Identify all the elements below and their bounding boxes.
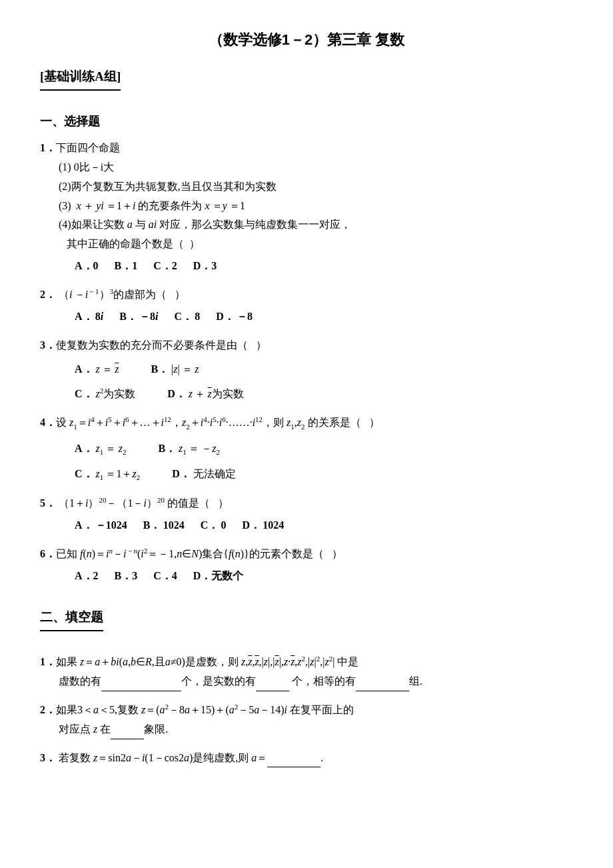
q1-sub3: (3) x ＋ yi ＝1＋i 的充要条件为 x ＝y ＝1: [59, 197, 573, 216]
q3-choices-ab: A． z ＝ z B． |z| ＝ z: [75, 360, 573, 379]
q1-sub1: (1) 0比－i大: [59, 158, 573, 177]
q4-choices-ab: A． z1 ＝ z2 B． z1 ＝ －z2: [75, 439, 573, 459]
q5-choices: A． －1024 B． 1024 C． 0 D． 1024: [75, 516, 573, 535]
q1-stem: 1．下面四个命题: [40, 139, 573, 158]
q2-stem: 2． （i －i－1）3的虚部为（ ）: [40, 285, 573, 305]
q6-choices: A．2 B．3 C．4 D．无数个: [75, 567, 573, 586]
q4-choices-cd: C． z1 ＝1＋z2 D． 无法确定: [75, 465, 573, 485]
part2-section: 二、填空题 1．如果 z＝a＋bi(a,b∈R,且a≠0)是虚数，则 z,z,z…: [40, 606, 573, 768]
q3-choices-cd: C． z2为实数 D． z ＋ z为实数: [75, 385, 573, 404]
fill2-line: 对应点 z 在象限.: [59, 720, 573, 739]
problem-3: 3．使复数为实数的充分而不必要条件是由（ ） A． z ＝ z B． |z| ＝…: [40, 336, 573, 405]
problem-4: 4．设 z1＝i4＋i5＋i6＋…＋i12，z2＋i4·i5·i6·……·i12…: [40, 413, 573, 484]
q1-sub4b: 其中正确的命题个数是（ ）: [67, 235, 573, 254]
problem-1: 1．下面四个命题 (1) 0比－i大 (2)两个复数互为共轭复数,当且仅当其和为…: [40, 139, 573, 276]
fill2-stem: 2．如果3＜a＜5,复数 z＝(a2－8a＋15)＋(a2－5a－14)i 在复…: [40, 701, 573, 720]
q1-sub2: (2)两个复数互为共轭复数,当且仅当其和为实数: [59, 177, 573, 197]
q2-choices: A． 8i B． －8i C． 8 D． －8: [75, 307, 573, 327]
part2-title: 二、填空题: [40, 606, 103, 631]
fill3-stem: 3． 若复数 z＝sin2a－i(1－cos2a)是纯虚数,则 a＝.: [40, 749, 573, 768]
fill1-stem: 1．如果 z＝a＋bi(a,b∈R,且a≠0)是虚数，则 z,z,z,|z|,|…: [40, 653, 573, 672]
problem-2: 2． （i －i－1）3的虚部为（ ） A． 8i B． －8i C． 8 D．…: [40, 285, 573, 327]
fill-problem-2: 2．如果3＜a＜5,复数 z＝(a2－8a＋15)＋(a2－5a－14)i 在复…: [40, 701, 573, 739]
problem-6: 6．已知 f(n)＝in－i－n(i2＝－1,n∈N)集合{f(n)}的元素个数…: [40, 545, 573, 586]
fill1-line: 虚数的有个，是实数的有 个，相等的有组.: [59, 672, 573, 691]
q3-stem: 3．使复数为实数的充分而不必要条件是由（ ）: [40, 336, 573, 355]
q5-stem: 5． （1＋i）20－（1－i）20 的值是（ ）: [40, 494, 573, 513]
fill-problem-1: 1．如果 z＝a＋bi(a,b∈R,且a≠0)是虚数，则 z,z,z,|z|,|…: [40, 653, 573, 691]
q1-choices: A．0 B．1 C．2 D．3: [75, 257, 573, 276]
q6-stem: 6．已知 f(n)＝in－i－n(i2＝－1,n∈N)集合{f(n)}的元素个数…: [40, 545, 573, 564]
part1-title: 一、选择题: [40, 111, 573, 132]
fill-problem-3: 3． 若复数 z＝sin2a－i(1－cos2a)是纯虚数,则 a＝.: [40, 749, 573, 768]
problem-5: 5． （1＋i）20－（1－i）20 的值是（ ） A． －1024 B． 10…: [40, 494, 573, 535]
q4-stem: 4．设 z1＝i4＋i5＋i6＋…＋i12，z2＋i4·i5·i6·……·i12…: [40, 413, 573, 433]
section-header: [基础训练A组]: [40, 65, 121, 91]
q1-sub4: (4)如果让实数 a 与 ai 对应，那么实数集与纯虚数集一一对应，: [59, 215, 573, 235]
page-title: （数学选修1－2）第三章 复数: [40, 27, 573, 53]
